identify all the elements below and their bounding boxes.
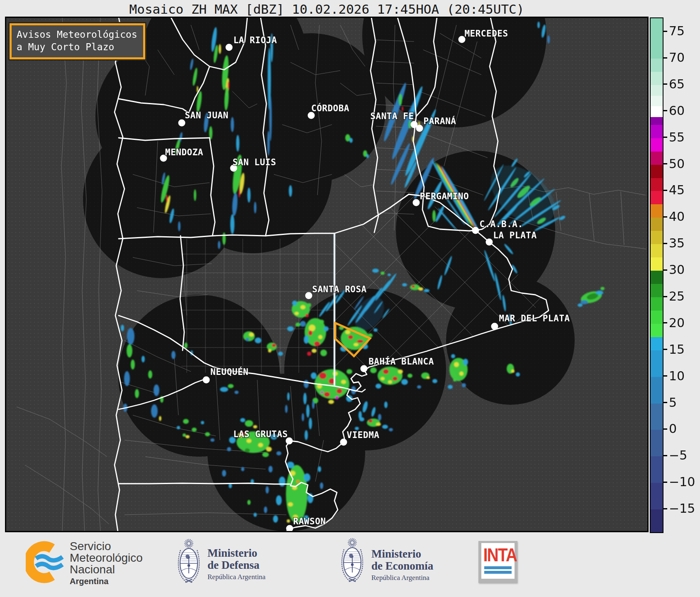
city-dot xyxy=(472,227,479,234)
economia-subtitle: República Argentina xyxy=(371,574,433,582)
radar-map: LA RIOJAMERCEDESCÓRDOBASAN JUANSANTA FEP… xyxy=(6,17,648,531)
colorbar-tick-label: 5 xyxy=(669,396,700,409)
city-dot xyxy=(305,292,312,299)
smn-logo xyxy=(26,540,67,585)
warning-box-line1: Avisos Meteorológicos xyxy=(17,28,137,41)
city-label: SANTA ROSA xyxy=(312,284,366,294)
colorbar-tick-mark xyxy=(663,137,667,138)
colorbar-tick-label: 45 xyxy=(669,184,700,197)
colorbar-tick-mark xyxy=(663,110,667,111)
radar-product-screen: Mosaico ZH MAX [dBZ] 10.02.2026 17:45HOA… xyxy=(0,0,700,597)
colorbar-tick-label: 50 xyxy=(669,157,700,171)
smn-wordmark: Servicio Meteorológico Nacional Argentin… xyxy=(70,541,143,586)
city-label: NEUQUÉN xyxy=(210,367,249,377)
defensa-wordmark: Ministerio de Defensa República Argentin… xyxy=(207,547,266,581)
city-label: BAHÍA BLANCA xyxy=(368,356,434,367)
colorbar-tick-label: 55 xyxy=(669,131,700,144)
smn-line3: Nacional xyxy=(70,564,143,575)
city-dot xyxy=(416,125,423,132)
warning-box: Avisos Meteorológicos a Muy Corto Plazo xyxy=(9,22,146,60)
city-label: LAS GRUTAS xyxy=(233,429,288,439)
city-label: PARANÁ xyxy=(424,116,456,126)
colorbar-tick-mark xyxy=(663,31,667,32)
colorbar-tick-mark xyxy=(663,375,667,377)
colorbar-bar xyxy=(650,17,663,533)
city-label: MAR DEL PLATA xyxy=(499,313,570,323)
economia-coat-of-arms-icon xyxy=(339,537,366,585)
city-dot xyxy=(413,199,420,206)
defensa-coat-of-arms-icon xyxy=(176,538,202,586)
city-label: C.A.B.A. xyxy=(479,219,523,229)
city-dot xyxy=(178,120,185,127)
colorbar-tick-label: 30 xyxy=(669,263,700,276)
colorbar-tick-mark xyxy=(663,296,667,297)
inta-label: INTA xyxy=(483,546,512,565)
colorbar-tick-label: 25 xyxy=(669,290,700,303)
city-label: MENDOZA xyxy=(165,147,203,157)
colorbar-tick-mark xyxy=(663,508,667,509)
city-dot xyxy=(226,44,233,51)
smn-logo-wave1-icon xyxy=(36,556,62,560)
smn-logo-wave2-icon xyxy=(36,564,62,568)
colorbar-tick-mark xyxy=(663,57,667,59)
smn-line2: Meteorológico xyxy=(70,552,143,564)
economia-title2: de Economía xyxy=(371,560,433,572)
inta-stripe2-icon xyxy=(484,571,512,574)
city-label: PERGAMINO xyxy=(420,191,469,201)
colorbar-tick-label: 0 xyxy=(669,422,700,436)
radar-map-canvas: LA RIOJAMERCEDESCÓRDOBASAN JUANSANTA FEP… xyxy=(6,17,648,531)
city-dot xyxy=(203,377,210,384)
city-label: SAN LUIS xyxy=(232,157,276,167)
city-label: SANTA FE xyxy=(370,111,414,121)
city-label: CÓRDOBA xyxy=(311,103,349,113)
colorbar-tick-label: 15 xyxy=(669,343,700,356)
defensa-title2: de Defensa xyxy=(207,559,266,571)
colorbar-tick-label: 70 xyxy=(669,51,700,64)
colorbar-tick-label: −10 xyxy=(669,475,700,489)
colorbar-tick-mark xyxy=(663,190,667,191)
colorbar-tick-label: 35 xyxy=(669,237,700,250)
city-dot xyxy=(361,365,368,372)
colorbar-tick-mark xyxy=(663,83,667,85)
colorbar-tick-label: 10 xyxy=(669,369,700,383)
colorbar-tick-mark xyxy=(663,243,667,244)
city-label: RAWSON xyxy=(293,516,326,526)
city-label: LA PLATA xyxy=(493,230,537,240)
colorbar-tick-mark xyxy=(663,269,667,271)
colorbar-tick-label: 40 xyxy=(669,210,700,223)
city-label: LA RIOJA xyxy=(233,35,277,45)
city-label: SAN JUAN xyxy=(185,110,228,120)
colorbar-tick-label: −15 xyxy=(669,502,700,515)
smn-line1: Servicio xyxy=(70,541,143,552)
economia-wordmark: Ministerio de Economía República Argenti… xyxy=(371,548,433,582)
colorbar-tick-label: 75 xyxy=(669,24,700,38)
defensa-title1: Ministerio xyxy=(207,547,266,559)
economia-title1: Ministerio xyxy=(371,548,433,560)
colorbar-tick-label: 60 xyxy=(669,104,700,117)
colorbar-tick-mark xyxy=(663,482,667,483)
warning-box-line2: a Muy Corto Plazo xyxy=(17,41,137,53)
city-label: VIEDMA xyxy=(347,430,380,440)
colorbar-tick-mark xyxy=(663,428,667,430)
colorbar-tick-label: 20 xyxy=(669,316,700,330)
page-title: Mosaico ZH MAX [dBZ] 10.02.2026 17:45HOA… xyxy=(6,2,648,17)
city-dot xyxy=(486,239,493,246)
inta-logo: INTA xyxy=(478,541,517,583)
city-dot xyxy=(340,439,347,446)
smn-country: Argentina xyxy=(70,577,143,586)
defensa-subtitle: República Argentina xyxy=(207,573,266,581)
colorbar-tick-mark xyxy=(663,322,667,323)
colorbar-tick-mark xyxy=(663,402,667,403)
colorbar-tick-label: −5 xyxy=(669,449,700,462)
colorbar-tick-mark xyxy=(663,216,667,218)
colorbar-tick-label: 65 xyxy=(669,78,700,91)
inta-stripe1-icon xyxy=(484,566,512,569)
inta-logo-panel: INTA xyxy=(481,543,515,579)
colorbar-tick-mark xyxy=(663,349,667,350)
city-dot xyxy=(491,323,498,330)
city-label: MERCEDES xyxy=(464,29,508,39)
colorbar-tick-mark xyxy=(663,163,667,164)
warning-box-inner: Avisos Meteorológicos a Muy Corto Plazo xyxy=(10,23,145,59)
colorbar-tick-mark xyxy=(663,455,667,456)
